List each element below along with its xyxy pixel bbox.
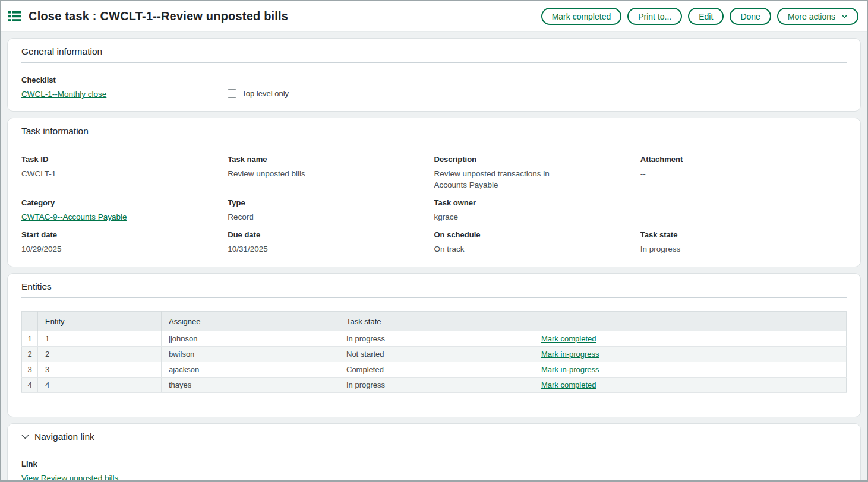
navigation-link-section: Navigation link Link View Review unposte…	[7, 423, 861, 482]
table-row: 1 1 jjohnson In progress Mark completed	[22, 331, 847, 347]
table-row: 2 2 bwilson Not started Mark in-progress	[22, 347, 847, 362]
field-value: 10/31/2025	[228, 243, 434, 255]
field-on-schedule: On schedule On track	[434, 230, 640, 255]
entities-section: Entities Entity Assignee Task state 1	[7, 273, 861, 417]
assignee-column-header: Assignee	[162, 312, 339, 331]
field-label: Category	[21, 198, 228, 207]
section-title-entities: Entities	[21, 281, 52, 292]
top-level-only-checkbox[interactable]	[228, 89, 236, 98]
task-state-cell: In progress	[339, 331, 534, 347]
entities-table: Entity Assignee Task state 1 1 jjohnson …	[21, 311, 847, 393]
entity-column-header: Entity	[38, 312, 162, 331]
field-attachment: Attachment --	[640, 155, 847, 191]
field-task-owner: Task owner kgrace	[434, 198, 640, 223]
edit-button[interactable]: Edit	[688, 8, 724, 25]
done-button[interactable]: Done	[730, 8, 771, 25]
field-value: CWCLT-1	[21, 168, 228, 179]
task-state-cell: In progress	[339, 378, 534, 393]
link-label: Link	[21, 459, 847, 468]
field-value: On track	[434, 243, 640, 255]
field-category: Category CWTAC-9--Accounts Payable	[21, 198, 228, 223]
header-actions: Mark completed Print to... Edit Done Mor…	[541, 8, 858, 25]
field-description: Description Review unposted transactions…	[434, 155, 640, 191]
action-cell: Mark completed	[534, 331, 847, 347]
field-label: Due date	[228, 230, 434, 239]
row-number: 4	[22, 378, 38, 393]
more-actions-label: More actions	[788, 12, 835, 21]
section-title-task-info: Task information	[21, 126, 89, 137]
checklist-link[interactable]: CWCL-1--Monthly close	[21, 90, 106, 99]
entity-cell: 2	[38, 347, 162, 362]
field-task-name: Task name Review unposted bills	[228, 155, 434, 191]
category-link[interactable]: CWTAC-9--Accounts Payable	[21, 213, 127, 221]
assignee-cell: jjohnson	[162, 331, 339, 347]
entity-cell: 4	[38, 378, 162, 393]
field-value: 10/29/2025	[21, 243, 228, 255]
field-start-date: Start date 10/29/2025	[21, 230, 228, 255]
field-label: Attachment	[640, 155, 847, 164]
field-value: Review unposted transactions in Accounts…	[434, 168, 562, 191]
field-due-date: Due date 10/31/2025	[228, 230, 434, 255]
entity-action-link[interactable]: Mark completed	[541, 334, 596, 343]
assignee-cell: bwilson	[162, 347, 339, 362]
top-level-only-field: Top level only	[228, 89, 434, 99]
task-information-section: Task information Task ID CWCLT-1 Task na…	[7, 118, 861, 267]
field-label: On schedule	[434, 230, 640, 239]
task-state-cell: Not started	[339, 347, 534, 362]
action-column-header	[534, 312, 847, 331]
entity-cell: 1	[38, 331, 162, 347]
field-spacer	[640, 198, 847, 223]
task-state-column-header: Task state	[339, 312, 534, 331]
app-window: Close task : CWCLT-1--Review unposted bi…	[0, 0, 868, 482]
entities-header-row: Entity Assignee Task state	[22, 312, 847, 331]
field-value: Record	[228, 211, 434, 223]
page-title: Close task : CWCLT-1--Review unposted bi…	[29, 9, 541, 23]
checklist-label: Checklist	[21, 75, 228, 84]
section-title-general: General information	[21, 46, 102, 57]
field-label: Description	[434, 155, 640, 164]
field-task-id: Task ID CWCLT-1	[21, 155, 228, 191]
entity-action-link[interactable]: Mark in-progress	[541, 350, 599, 359]
field-label: Start date	[21, 230, 228, 239]
checklist-field: Checklist CWCL-1--Monthly close	[21, 75, 228, 99]
field-label: Task name	[228, 155, 434, 164]
task-state-cell: Completed	[339, 362, 534, 378]
section-title-navigation-link[interactable]: Navigation link	[34, 432, 94, 442]
entity-action-link[interactable]: Mark in-progress	[541, 365, 599, 374]
field-label: Task state	[640, 230, 847, 239]
collapse-chevron-icon[interactable]	[21, 435, 29, 439]
field-label: Task ID	[21, 155, 228, 164]
print-to-button[interactable]: Print to...	[627, 8, 682, 25]
action-cell: Mark completed	[534, 378, 847, 393]
action-cell: Mark in-progress	[534, 347, 847, 362]
assignee-cell: thayes	[162, 378, 339, 393]
view-task-link[interactable]: View Review unposted bills	[21, 474, 118, 482]
action-cell: Mark in-progress	[534, 362, 847, 378]
entity-cell: 3	[38, 362, 162, 378]
field-value: In progress	[640, 243, 847, 255]
field-label: Type	[228, 198, 434, 207]
table-row: 3 3 ajackson Completed Mark in-progress	[22, 362, 847, 378]
checklist-icon	[8, 11, 21, 22]
top-level-only-label: Top level only	[242, 89, 289, 98]
page-header: Close task : CWCLT-1--Review unposted bi…	[1, 1, 867, 32]
rownum-header	[22, 312, 38, 331]
field-label: Task owner	[434, 198, 640, 207]
mark-completed-button[interactable]: Mark completed	[541, 8, 622, 25]
field-type: Type Record	[228, 198, 434, 223]
table-row: 4 4 thayes In progress Mark completed	[22, 378, 847, 393]
assignee-cell: ajackson	[162, 362, 339, 378]
entity-action-link[interactable]: Mark completed	[541, 380, 596, 389]
chevron-down-icon	[841, 14, 848, 18]
more-actions-button[interactable]: More actions	[777, 8, 858, 25]
row-number: 3	[22, 362, 38, 378]
row-number: 1	[22, 331, 38, 347]
field-value: kgrace	[434, 211, 640, 223]
field-task-state: Task state In progress	[640, 230, 847, 255]
general-information-section: General information Checklist CWCL-1--Mo…	[7, 38, 861, 112]
field-value: --	[640, 168, 847, 179]
row-number: 2	[22, 347, 38, 362]
field-value: Review unposted bills	[228, 168, 434, 179]
